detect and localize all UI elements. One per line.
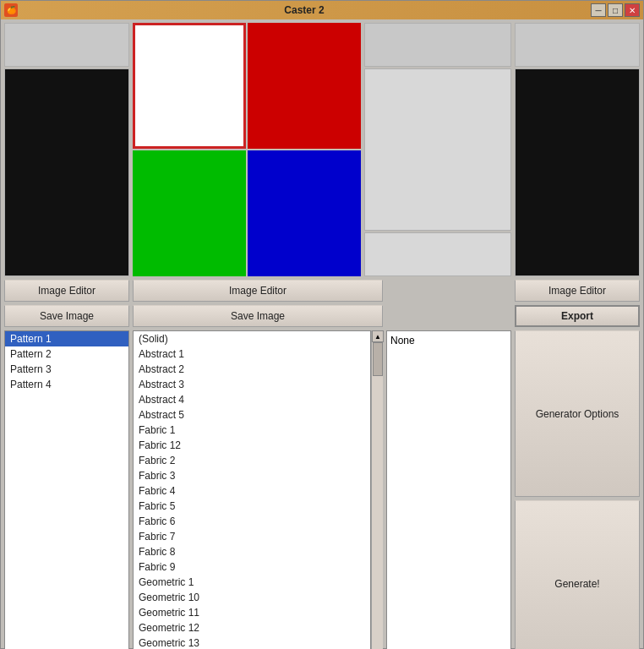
- center-list-item[interactable]: Abstract 3: [134, 377, 370, 392]
- center-list-item[interactable]: Geometric 13: [134, 635, 370, 649]
- generator-options-button[interactable]: Generator Options: [515, 330, 640, 497]
- generate-button[interactable]: Generate!: [515, 500, 640, 649]
- scroll-up-button[interactable]: ▲: [372, 330, 384, 342]
- window-controls: ─ □ ✕: [591, 3, 640, 17]
- right-top1: [364, 23, 511, 67]
- right-col2: [515, 23, 640, 276]
- left-bottom-image: [4, 68, 129, 276]
- save-image-center-button[interactable]: Save Image: [133, 305, 383, 327]
- right-bot1: [364, 232, 511, 276]
- window-title: Caster 2: [18, 4, 591, 16]
- right-top2: [515, 23, 640, 67]
- save-export-row: Save Image Save Image Export: [4, 305, 640, 327]
- image-editor-right-button[interactable]: Image Editor: [515, 280, 640, 302]
- right-image-section: [364, 23, 640, 276]
- center-list-item[interactable]: Abstract 5: [134, 407, 370, 423]
- center-list-item[interactable]: Abstract 2: [134, 362, 370, 377]
- lower-section: Pattern 1Pattern 2Pattern 3Pattern 4 (So…: [4, 330, 640, 649]
- pattern-list-item[interactable]: Pattern 3: [5, 362, 128, 377]
- center-list-item[interactable]: Fabric 6: [134, 514, 370, 529]
- center-list-item[interactable]: Geometric 1: [134, 575, 370, 590]
- left-image-col: [4, 23, 129, 276]
- pattern-list-item[interactable]: Pattern 2: [5, 346, 128, 362]
- options-col: Generator Options Generate!: [515, 330, 640, 649]
- center-list-item[interactable]: Geometric 11: [134, 605, 370, 620]
- pattern-list-item[interactable]: Pattern 1: [5, 331, 128, 346]
- cell-red: [248, 23, 361, 149]
- export-button[interactable]: Export: [515, 305, 640, 327]
- center-list-item[interactable]: Fabric 1: [134, 423, 370, 438]
- center-list-item[interactable]: Fabric 2: [134, 453, 370, 468]
- image-area: [4, 23, 640, 276]
- close-button[interactable]: ✕: [625, 3, 640, 17]
- four-grid: [133, 23, 361, 276]
- right-bot2: [515, 68, 640, 276]
- none-area: None: [386, 330, 511, 649]
- cell-green: [133, 150, 246, 276]
- center-list-item[interactable]: Fabric 8: [134, 544, 370, 559]
- center-list-item[interactable]: (Solid): [134, 331, 370, 346]
- center-list-item[interactable]: Geometric 12: [134, 620, 370, 635]
- left-top-image: [4, 23, 129, 67]
- maximize-button[interactable]: □: [608, 3, 623, 17]
- center-list-item[interactable]: Fabric 3: [134, 468, 370, 483]
- image-editor-row: Image Editor Image Editor Image Editor: [4, 280, 640, 302]
- center-list-item[interactable]: Geometric 10: [134, 590, 370, 605]
- save-image-left-button[interactable]: Save Image: [4, 305, 129, 327]
- pattern-list-item[interactable]: Pattern 4: [5, 377, 128, 392]
- right-col1: [364, 23, 511, 276]
- center-list-item[interactable]: Fabric 7: [134, 529, 370, 544]
- minimize-button[interactable]: ─: [591, 3, 606, 17]
- main-window: 🍊 Caster 2 ─ □ ✕: [0, 0, 644, 649]
- image-editor-center-button[interactable]: Image Editor: [133, 280, 383, 302]
- scrollbar-track[interactable]: ▲ ▼: [371, 330, 383, 649]
- title-bar: 🍊 Caster 2 ─ □ ✕: [1, 1, 643, 19]
- center-list-item[interactable]: Abstract 1: [134, 346, 370, 362]
- center-list-item[interactable]: Fabric 12: [134, 438, 370, 453]
- center-list-item[interactable]: Fabric 5: [134, 499, 370, 514]
- pattern-list-col: Pattern 1Pattern 2Pattern 3Pattern 4: [4, 330, 129, 649]
- center-list-item[interactable]: Fabric 9: [134, 559, 370, 575]
- center-list-wrapper: (Solid)Abstract 1Abstract 2Abstract 3Abs…: [133, 330, 383, 649]
- main-content: Image Editor Image Editor Image Editor S…: [1, 19, 643, 649]
- cell-white: [133, 23, 246, 149]
- pattern-listbox[interactable]: Pattern 1Pattern 2Pattern 3Pattern 4: [4, 330, 129, 649]
- app-icon: 🍊: [4, 3, 18, 17]
- scrollbar-thumb[interactable]: [373, 342, 383, 376]
- center-listbox[interactable]: (Solid)Abstract 1Abstract 2Abstract 3Abs…: [133, 330, 371, 649]
- image-editor-left-button[interactable]: Image Editor: [4, 280, 129, 302]
- right-mid1: [364, 68, 511, 231]
- center-list-item[interactable]: Fabric 4: [134, 483, 370, 499]
- center-list-item[interactable]: Abstract 4: [134, 392, 370, 407]
- cell-blue: [248, 150, 361, 276]
- center-list-col: (Solid)Abstract 1Abstract 2Abstract 3Abs…: [133, 330, 383, 649]
- none-label: None: [390, 335, 415, 346]
